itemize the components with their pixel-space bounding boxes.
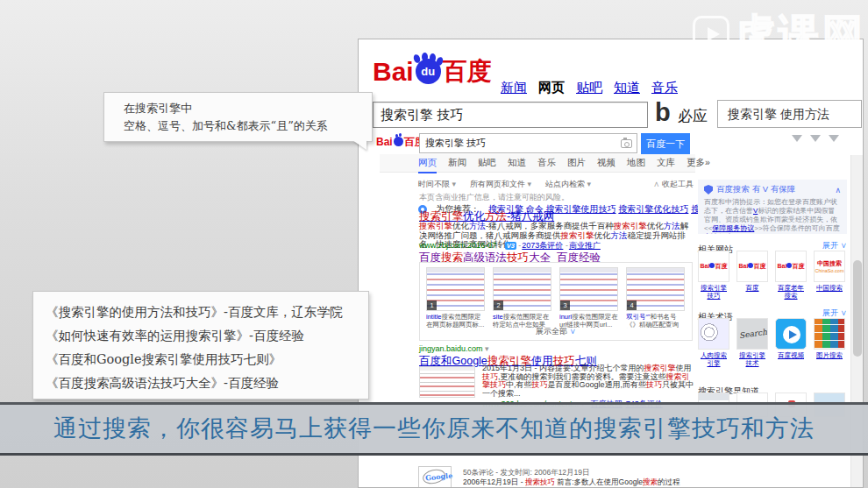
serp-tab[interactable]: 地图: [627, 157, 645, 173]
related-term-label[interactable]: 图片搜索: [814, 352, 845, 360]
card-item[interactable]: 4双引号“”和书名号《》精确匹配查询词...: [626, 267, 685, 329]
baidu-logo-icon: Bai百度: [775, 251, 807, 282]
card-item[interactable]: 3inurl搜索范围限定在url链接中网页url...: [559, 267, 618, 329]
related-site-item[interactable]: Bai百度百度老年搜索: [775, 251, 807, 300]
reference-item: 《百度搜索高级语法技巧大全》-百度经验: [46, 371, 368, 395]
serp-tab[interactable]: 图片: [567, 157, 586, 173]
related-site-label[interactable]: 百度: [736, 285, 768, 293]
serp-tab[interactable]: 新闻: [448, 157, 466, 173]
guarantee-body: 百度和中消协提示：如您在登录百度账户状态下，在含信誉V标识的搜索结果中因假冒官网…: [704, 198, 841, 234]
reference-list: 《搜索引擎的使用方法和技巧》-百度文库，辽东学院《如何快速有效率的运用搜索引擎》…: [32, 291, 369, 400]
triangle-down-icon: [829, 135, 839, 142]
serp-tab[interactable]: 视频: [597, 157, 615, 173]
baidu-search-input[interactable]: 搜索引擎 技巧: [373, 102, 648, 128]
baidu-mini-logo: Bai百度: [776, 262, 806, 271]
guarantee-title: 百度搜索 有 V 有保障: [716, 184, 795, 195]
card-thumbnail: 2: [493, 267, 551, 311]
card-thumbnail: 3: [559, 267, 618, 311]
nav-link[interactable]: 网页: [538, 80, 565, 96]
chinaso-text: 中国搜索: [815, 259, 844, 268]
related-term-item[interactable]: 人肉搜索引擎: [698, 318, 729, 367]
serp-tools: 时间不限所有网页和文件站点内检索: [418, 179, 591, 190]
card-item[interactable]: 1intitle搜索范围限定在网页标题网页标...: [426, 267, 485, 329]
recommend-link[interactable]: 搜索引擎优化技巧: [618, 204, 688, 214]
card-number-badge: 4: [627, 301, 637, 310]
serp-baidu-logo[interactable]: Bai 百度: [376, 137, 425, 147]
related-site-item[interactable]: Bai百度百度: [736, 251, 768, 300]
related-site-label[interactable]: 中国搜索: [814, 285, 845, 293]
reference-item: 《搜索引擎的使用方法和技巧》-百度文库，辽东学院: [46, 301, 368, 324]
caption-banner: 通过搜索，你很容易马上获得一些你原来不知道的搜索引擎技巧和方法: [0, 402, 868, 456]
nav-link[interactable]: 知道: [614, 80, 640, 96]
note-line: 在搜索引擎中: [124, 100, 372, 117]
related-site-item[interactable]: 中国搜索ChinaSo.com中国搜索: [814, 251, 845, 300]
result-url: www.zbj.com: [419, 241, 466, 250]
camera-icon[interactable]: [621, 139, 632, 148]
related-term-item[interactable]: Search搜索引擎技术: [736, 318, 768, 367]
video-play-icon: [775, 318, 807, 350]
term-logo-text: Search: [738, 328, 767, 340]
serp-tab[interactable]: 更多»: [687, 157, 710, 173]
result-description: 2015年1月3日 - 内容提要:文章介绍七个常用的搜索引擎使用技巧,更准确的搜…: [482, 364, 695, 398]
nav-link[interactable]: 新闻: [501, 80, 527, 96]
site-link[interactable]: jingyan.baidu.com: [419, 344, 489, 353]
bing-logo-text: 必应: [678, 106, 708, 126]
ad-tag-link[interactable]: 商业推广: [566, 241, 601, 250]
show-all-button[interactable]: 展示全部: [420, 326, 692, 337]
baidu-paw-icon: [786, 263, 792, 268]
serp-search-input[interactable]: 搜索引擎 技巧: [419, 133, 637, 153]
serp-tab[interactable]: 知道: [508, 157, 526, 173]
google-thumbnail[interactable]: Google: [418, 466, 452, 488]
related-term-item[interactable]: 百度视频: [775, 318, 807, 367]
baidu-mini-logo: Bai百度: [737, 262, 767, 271]
result-description: 2006年12月19日 - 搜索技巧 前言:多数人在使用Google搜索的过程是…: [463, 478, 691, 488]
baidu-logo-latin: Bai: [373, 59, 414, 85]
recommend-link[interactable]: 搜索引擎使用技巧: [546, 204, 616, 214]
scrollbar-thumb[interactable]: [853, 260, 862, 357]
related-site-label[interactable]: 搜索引擎技巧: [698, 285, 729, 300]
related-term-label[interactable]: 百度视频: [775, 352, 807, 360]
related-term-label[interactable]: 搜索引擎技术: [736, 352, 768, 367]
guarantee-box: 百度搜索 有 V 有保障 ∧ 百度和中消协提示：如您在登录百度账户状态下，在含信…: [698, 180, 847, 234]
callout-tail: [352, 140, 366, 150]
card-item[interactable]: 2site搜索范围限定在特定站点中您如果知...: [493, 267, 551, 329]
bing-search-input[interactable]: 搜索引擎 使用方法: [717, 100, 862, 128]
reviews-link[interactable]: 2073条评价: [518, 241, 563, 250]
baidu-logo[interactable]: Bai du 百度: [373, 59, 492, 85]
serp-tab[interactable]: 网页: [418, 157, 437, 173]
nav-link[interactable]: 贴吧: [576, 80, 602, 96]
serp-tab[interactable]: 贴吧: [478, 157, 496, 173]
triangle-down-icon: [792, 135, 802, 142]
nav-link[interactable]: 音乐: [651, 80, 678, 96]
related-term-item[interactable]: 图片搜索: [814, 318, 845, 367]
baidu-submit-button[interactable]: 百度一下: [641, 133, 690, 154]
shield-icon: [704, 185, 713, 194]
caret-up-icon[interactable]: ∧: [835, 186, 841, 194]
related-site-item[interactable]: Bai百度搜索引擎技巧: [698, 251, 729, 300]
image-grid-icon: [814, 318, 845, 350]
related-sites: Bai百度搜索引擎技巧Bai百度百度Bai百度百度老年搜索中国搜索ChinaSo…: [698, 251, 847, 300]
tool-filter[interactable]: 时间不限: [418, 179, 456, 190]
collapse-tools-link[interactable]: 收起工具: [653, 179, 694, 190]
caption-text: 通过搜索，你很容易马上获得一些你原来不知道的搜索引擎技巧和方法: [53, 415, 815, 442]
search-text-icon: Search: [736, 318, 768, 350]
serp-tab[interactable]: 文库: [657, 157, 675, 173]
baidu-search-value: 搜索引擎 技巧: [381, 107, 463, 122]
reference-item: 《如何快速有效率的运用搜索引擎》-百度经验: [46, 324, 368, 348]
baidu-paw-icon: [748, 263, 753, 268]
related-term-label[interactable]: 人肉搜索引擎: [698, 352, 729, 367]
chinaso-subtext: ChinaSo.com: [815, 268, 844, 273]
card-number-badge: 1: [427, 301, 437, 310]
baidu-paw-icon: [394, 137, 403, 146]
tool-filter[interactable]: 站点内检索: [545, 179, 591, 190]
card-thumbnail: 4: [626, 267, 685, 311]
baidu-logo-icon: Bai百度: [698, 251, 729, 282]
tool-filter[interactable]: 所有网页和文件: [470, 179, 531, 190]
related-site-label[interactable]: 百度老年搜索: [775, 285, 807, 300]
caret-down-icon[interactable]: [499, 241, 503, 250]
card-number-badge: 2: [494, 301, 503, 310]
result-thumbnail[interactable]: [419, 366, 475, 398]
reference-item: 《百度和Google搜索引擎使用技巧七则》: [46, 348, 368, 371]
serp-tabs: 网页新闻贴吧知道音乐图片视频地图文库更多»: [418, 157, 710, 173]
serp-tab[interactable]: 音乐: [537, 157, 556, 173]
